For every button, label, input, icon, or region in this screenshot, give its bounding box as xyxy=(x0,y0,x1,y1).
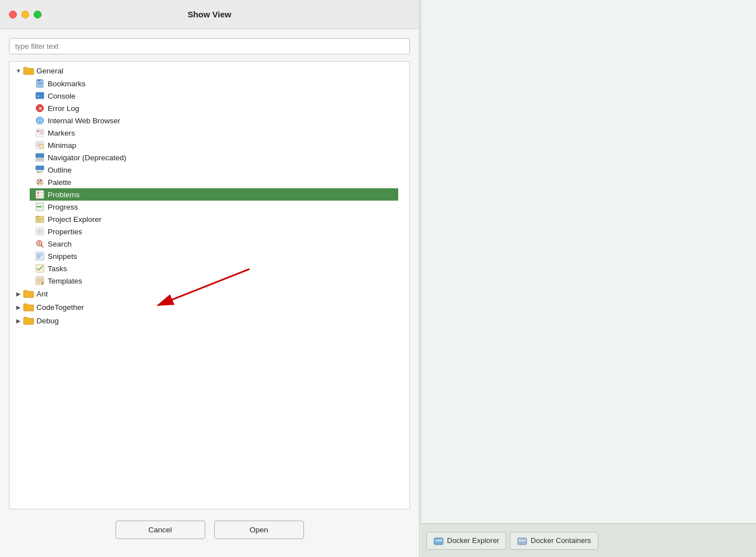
cancel-button[interactable]: Cancel xyxy=(116,521,205,539)
maximize-button[interactable] xyxy=(34,11,42,18)
item-navigator[interactable]: Navigator (Deprecated) xyxy=(30,151,398,164)
bookmarks-label: Bookmarks xyxy=(48,80,86,88)
svg-point-45 xyxy=(39,182,41,183)
console-label: Console xyxy=(48,92,76,100)
folder-ant-icon xyxy=(23,289,34,298)
minimap-icon xyxy=(34,141,45,150)
markers-label: Markers xyxy=(48,129,75,137)
item-snippets[interactable]: Snippets xyxy=(30,250,398,262)
item-problems[interactable]: Problems xyxy=(30,188,398,201)
item-properties[interactable]: Properties xyxy=(30,225,398,238)
navigator-label: Navigator (Deprecated) xyxy=(48,154,126,162)
close-button[interactable] xyxy=(9,11,17,18)
window-controls xyxy=(9,11,42,18)
button-row: Cancel Open xyxy=(9,509,410,548)
outline-label: Outline xyxy=(48,166,72,174)
category-ant[interactable]: ▶ Ant xyxy=(10,287,398,300)
bookmarks-icon xyxy=(34,79,45,88)
svg-rect-7 xyxy=(524,540,525,541)
svg-point-42 xyxy=(40,180,42,182)
folder-codetogether-icon xyxy=(23,303,34,312)
browser-label: Internal Web Browser xyxy=(48,117,121,125)
show-view-dialog: Show View ▼ General xyxy=(0,0,420,557)
expand-debug-icon: ▶ xyxy=(14,316,23,325)
svg-point-50 xyxy=(38,196,39,197)
expand-codetogether-icon: ▶ xyxy=(14,303,23,312)
dialog-body: ▼ General xyxy=(0,29,419,557)
item-outline[interactable]: Outline xyxy=(30,164,398,176)
palette-label: Palette xyxy=(48,178,71,187)
minimize-button[interactable] xyxy=(21,11,29,18)
item-templates[interactable]: Templates xyxy=(30,275,398,287)
expand-ant-icon: ▶ xyxy=(14,289,23,298)
item-tasks[interactable]: Tasks xyxy=(30,262,398,275)
progress-icon xyxy=(34,202,45,211)
category-codetogether[interactable]: ▶ CodeTogether xyxy=(10,300,398,314)
category-general-label: General xyxy=(36,67,63,75)
tab-docker-explorer[interactable]: Docker Explorer xyxy=(426,532,506,550)
item-markers[interactable]: Markers xyxy=(30,127,398,139)
templates-icon xyxy=(34,276,45,285)
docker-containers-icon xyxy=(517,536,527,546)
navigator-icon xyxy=(34,153,45,162)
svg-rect-36 xyxy=(36,166,40,170)
svg-point-23 xyxy=(38,131,39,132)
svg-rect-21 xyxy=(36,129,44,137)
svg-rect-37 xyxy=(40,166,44,170)
item-search[interactable]: Search xyxy=(30,238,398,250)
projectexpl-label: Project Explorer xyxy=(48,215,102,224)
svg-rect-3 xyxy=(440,540,442,541)
item-browser[interactable]: Internal Web Browser xyxy=(30,114,398,127)
dialog-title: Show View xyxy=(187,10,231,19)
svg-rect-6 xyxy=(522,540,524,541)
errorlog-label: Error Log xyxy=(48,104,79,113)
search-label: Search xyxy=(48,240,72,248)
item-projectexpl[interactable]: Project Explorer xyxy=(30,213,398,225)
search-icon xyxy=(34,239,45,248)
folder-debug-icon xyxy=(23,316,34,325)
properties-icon xyxy=(34,227,45,236)
svg-text:>_: >_ xyxy=(37,94,42,99)
svg-point-43 xyxy=(38,183,39,184)
errorlog-icon: ✕ xyxy=(34,104,45,113)
console-icon: >_ xyxy=(34,91,45,100)
browser-icon xyxy=(34,116,45,125)
item-minimap[interactable]: Minimap xyxy=(30,139,398,151)
item-progress[interactable]: Progress xyxy=(30,201,398,213)
title-bar: Show View xyxy=(0,0,419,29)
outline-icon xyxy=(34,165,45,174)
tab-docker-containers[interactable]: Docker Containers xyxy=(510,532,598,550)
tab-docker-explorer-label: Docker Explorer xyxy=(447,536,499,545)
item-console[interactable]: >_ Console xyxy=(30,90,398,102)
svg-point-48 xyxy=(38,192,39,193)
item-errorlog[interactable]: ✕ Error Log xyxy=(30,102,398,114)
tree-area: ▼ General xyxy=(9,61,410,509)
svg-line-65 xyxy=(42,245,44,248)
snippets-icon xyxy=(34,252,45,261)
open-button[interactable]: Open xyxy=(214,521,304,539)
tasks-label: Tasks xyxy=(48,264,67,273)
item-palette[interactable]: Palette xyxy=(30,176,398,188)
category-debug[interactable]: ▶ Debug xyxy=(10,314,398,327)
templates-label: Templates xyxy=(48,277,82,285)
tree-scroll[interactable]: ▼ General xyxy=(10,62,409,509)
svg-point-44 xyxy=(41,183,43,184)
expand-general-icon: ▼ xyxy=(14,66,23,75)
svg-rect-2 xyxy=(438,540,440,541)
properties-label: Properties xyxy=(48,228,82,236)
svg-text:✕: ✕ xyxy=(38,106,43,112)
category-debug-label: Debug xyxy=(36,317,59,325)
projectexpl-icon xyxy=(34,215,45,224)
snippets-label: Snippets xyxy=(48,252,77,261)
general-children: Bookmarks >_ Console xyxy=(10,77,398,287)
svg-point-41 xyxy=(38,180,39,182)
item-bookmarks[interactable]: Bookmarks xyxy=(30,77,398,90)
tasks-icon xyxy=(34,264,45,273)
progress-label: Progress xyxy=(48,203,78,211)
svg-rect-5 xyxy=(519,540,521,541)
category-general[interactable]: ▼ General xyxy=(10,64,398,77)
filter-input[interactable] xyxy=(9,38,410,54)
svg-rect-46 xyxy=(36,191,44,198)
problems-icon xyxy=(34,190,45,199)
svg-rect-55 xyxy=(42,206,43,207)
